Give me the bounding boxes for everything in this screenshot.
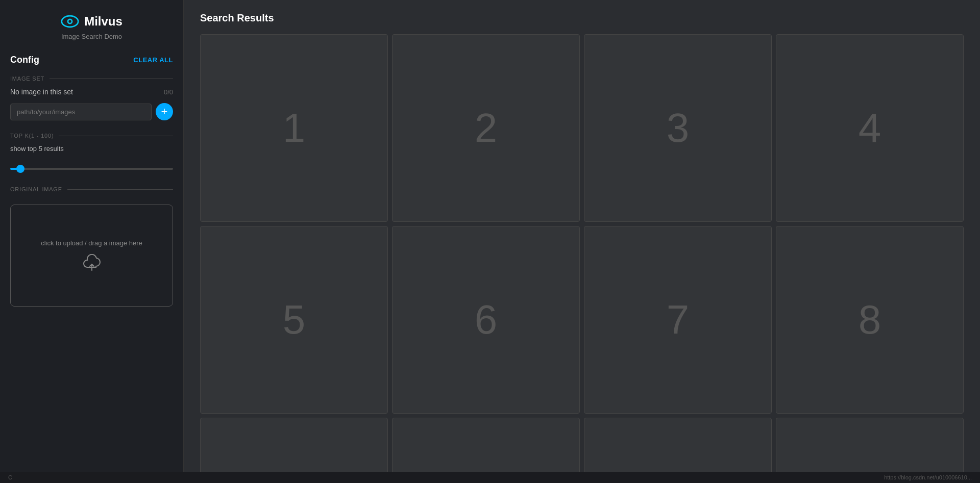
upload-area[interactable]: click to upload / drag a image here	[10, 205, 173, 307]
original-image-label: ORIGINAL IMAGE	[10, 186, 62, 192]
result-number: 4	[859, 105, 881, 151]
results-grid: 123456789101112	[200, 34, 964, 483]
top-k-value-text: show top 5 results	[10, 145, 173, 152]
path-input[interactable]	[10, 104, 152, 120]
top-k-slider[interactable]	[10, 168, 173, 170]
result-card[interactable]: 4	[776, 34, 964, 222]
add-path-button[interactable]: +	[156, 103, 173, 120]
upload-text: click to upload / drag a image here	[41, 239, 142, 248]
svg-point-2	[68, 20, 71, 22]
result-number: 5	[283, 296, 306, 343]
app-subtitle: Image Search Demo	[61, 33, 122, 40]
result-number: 3	[667, 105, 690, 151]
sidebar: Milvus Image Search Demo Config CLEAR AL…	[0, 0, 184, 483]
divider-line	[50, 79, 173, 79]
top-k-section: TOP K(1 - 100) show top 5 results	[10, 133, 173, 157]
result-card[interactable]: 8	[776, 226, 964, 414]
search-results-title: Search Results	[200, 12, 964, 24]
milvus-logo-icon	[61, 12, 79, 31]
main-content: Search Results 123456789101112	[184, 0, 980, 483]
result-card[interactable]: 7	[584, 226, 772, 414]
bottom-bar: C https://blog.csdn.net/u010006610...	[0, 472, 980, 483]
image-set-divider: IMAGE SET	[10, 75, 173, 82]
slider-container	[10, 161, 173, 174]
top-k-divider: TOP K(1 - 100)	[10, 133, 173, 139]
result-card[interactable]: 6	[392, 226, 580, 414]
config-label: Config	[10, 55, 39, 65]
divider-line-2	[59, 136, 173, 136]
clear-all-button[interactable]: CLEAR ALL	[133, 56, 173, 64]
config-header: Config CLEAR ALL	[10, 55, 173, 65]
result-card[interactable]: 3	[584, 34, 772, 222]
bottom-right-link: https://blog.csdn.net/u010006610...	[884, 474, 972, 480]
result-card[interactable]: 1	[200, 34, 388, 222]
image-set-info: No image in this set 0/0	[10, 88, 173, 96]
app-title: Milvus	[84, 14, 122, 29]
original-image-section: ORIGINAL IMAGE	[10, 186, 173, 198]
result-number: 7	[667, 296, 690, 343]
divider-line-3	[67, 189, 173, 190]
top-k-label: TOP K(1 - 100)	[10, 133, 54, 139]
image-set-label: IMAGE SET	[10, 75, 44, 82]
result-card[interactable]: 5	[200, 226, 388, 414]
logo-area: Milvus Image Search Demo	[10, 12, 173, 40]
original-image-divider: ORIGINAL IMAGE	[10, 186, 173, 192]
image-set-text: No image in this set	[10, 88, 73, 96]
result-number: 6	[475, 296, 498, 343]
result-number: 2	[475, 105, 498, 151]
path-input-row: +	[10, 103, 173, 120]
result-number: 1	[283, 105, 306, 151]
upload-cloud-icon	[82, 254, 102, 272]
result-card[interactable]: 2	[392, 34, 580, 222]
image-set-count: 0/0	[164, 88, 173, 96]
result-number: 8	[859, 296, 881, 343]
bottom-left-label: C	[8, 474, 12, 480]
